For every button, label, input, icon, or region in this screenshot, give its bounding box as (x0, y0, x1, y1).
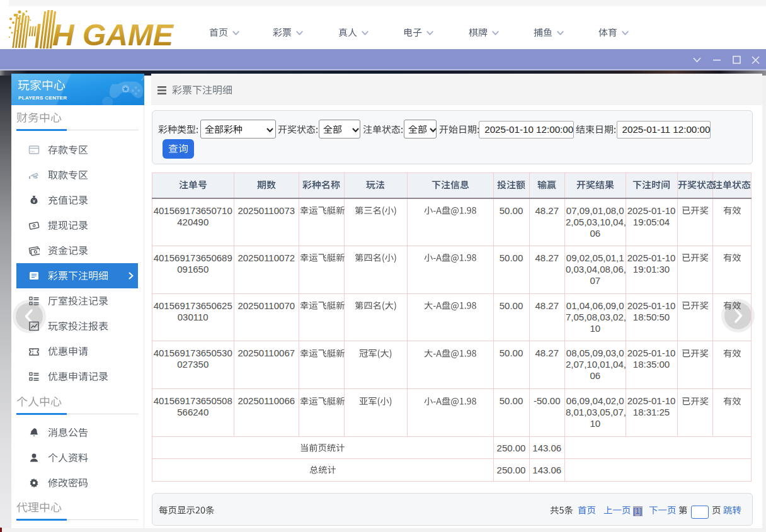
svg-text:H GAME: H GAME (52, 18, 174, 49)
